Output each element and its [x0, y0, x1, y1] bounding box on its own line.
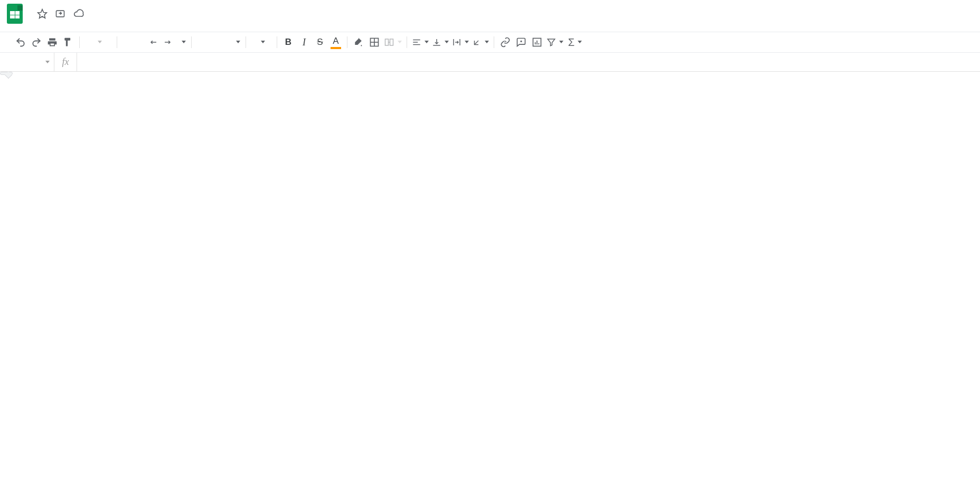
- sheets-logo[interactable]: [4, 3, 25, 24]
- chevron-down-icon: [98, 41, 102, 44]
- italic-button[interactable]: I: [296, 34, 312, 50]
- formula-result-tooltip: [0, 72, 13, 75]
- chevron-down-icon: [559, 41, 563, 44]
- menu-edit[interactable]: [50, 24, 60, 29]
- font-family-dropdown[interactable]: [195, 35, 242, 50]
- chevron-down-icon: [236, 41, 240, 44]
- bold-button[interactable]: B: [280, 34, 296, 50]
- name-box[interactable]: [0, 53, 54, 71]
- chevron-down-icon: [485, 41, 489, 44]
- chevron-down-icon: [445, 41, 449, 44]
- chevron-down-icon: [45, 61, 50, 64]
- insert-link-button[interactable]: [497, 34, 513, 50]
- zoom-dropdown[interactable]: [83, 41, 114, 44]
- menu-insert[interactable]: [71, 24, 81, 29]
- insert-comment-button[interactable]: [513, 34, 529, 50]
- formula-bar-row: fx: [0, 53, 980, 72]
- print-button[interactable]: [44, 34, 60, 50]
- cloud-icon[interactable]: [73, 8, 84, 19]
- menu-data[interactable]: [92, 24, 102, 29]
- vertical-align-button[interactable]: [430, 34, 450, 50]
- menu-addons[interactable]: [113, 24, 124, 29]
- currency-button[interactable]: [120, 34, 133, 50]
- filter-button[interactable]: [545, 34, 565, 50]
- formula-bar[interactable]: [77, 53, 980, 71]
- chevron-down-icon: [465, 41, 469, 44]
- functions-button[interactable]: Σ: [565, 34, 585, 50]
- decrease-decimal-button[interactable]: [146, 34, 161, 50]
- menu-bar: [0, 23, 980, 32]
- merge-cells-button[interactable]: [382, 34, 403, 50]
- menu-tools[interactable]: [102, 24, 113, 29]
- fx-label: fx: [54, 53, 77, 71]
- svg-rect-6: [390, 39, 393, 45]
- menu-format[interactable]: [81, 24, 92, 29]
- title-bar: [0, 0, 980, 23]
- chevron-down-icon: [398, 41, 402, 44]
- svg-marker-0: [38, 10, 47, 18]
- font-size-dropdown[interactable]: [249, 41, 274, 44]
- svg-rect-5: [385, 39, 389, 45]
- number-format-dropdown[interactable]: [176, 41, 188, 44]
- text-rotation-button[interactable]: [470, 34, 491, 50]
- undo-button[interactable]: [13, 34, 29, 50]
- spreadsheet-grid[interactable]: [0, 72, 980, 492]
- chevron-down-icon: [182, 41, 186, 44]
- chevron-down-icon: [261, 41, 265, 44]
- horizontal-align-button[interactable]: [410, 34, 430, 50]
- star-icon[interactable]: [37, 8, 48, 19]
- menu-help[interactable]: [124, 24, 134, 29]
- chevron-down-icon: [578, 41, 582, 44]
- insert-chart-button[interactable]: [529, 34, 545, 50]
- strikethrough-button[interactable]: S: [312, 34, 328, 50]
- chevron-down-icon: [425, 41, 429, 44]
- move-icon[interactable]: [55, 8, 65, 19]
- redo-button[interactable]: [29, 34, 44, 50]
- increase-decimal-button[interactable]: [161, 34, 176, 50]
- text-color-button[interactable]: A: [328, 34, 344, 50]
- fill-color-button[interactable]: [351, 34, 366, 50]
- menu-file[interactable]: [39, 24, 50, 29]
- menu-view[interactable]: [60, 24, 71, 29]
- percent-button[interactable]: [133, 34, 146, 50]
- paint-format-button[interactable]: [60, 34, 76, 50]
- toolbar: B I S A: [0, 32, 980, 53]
- text-wrap-button[interactable]: [450, 34, 470, 50]
- borders-button[interactable]: [366, 34, 382, 50]
